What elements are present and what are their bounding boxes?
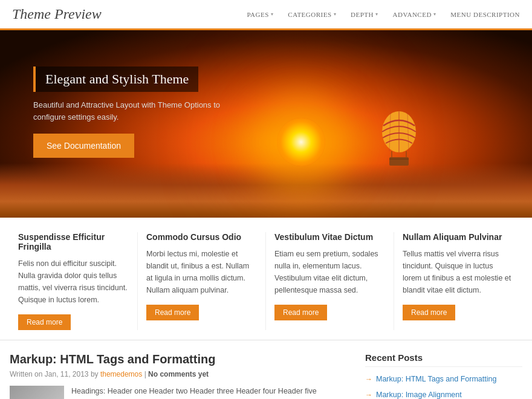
chevron-down-icon: ▾ [334,11,337,17]
sidebar: Recent Posts →Markup: HTML Tags and Form… [365,352,522,399]
nav-label: MENU DESCRIPTION [450,11,520,18]
card-text-1: Morbi lectus mi, molestie et blandit ut,… [146,248,257,296]
main-nav: PAGES▾CATEGORIES▾DEPTH▾ADVANCED▾MENU DES… [247,11,521,18]
card-text-3: Tellus mattis vel viverra risus tincidun… [403,248,514,296]
post-preview: Headings: Header one Header two Header t… [10,386,353,399]
chevron-down-icon: ▾ [375,11,378,17]
main-post-area: Markup: HTML Tags and Formatting Written… [10,352,353,399]
arrow-icon: → [365,391,372,400]
cards-section: Suspendisse Efficitur FringillaFelis non… [0,218,532,340]
nav-label: ADVANCED [393,11,432,18]
nav-label: PAGES [247,11,269,18]
chevron-down-icon: ▾ [271,11,274,17]
card-text-0: Felis non dui efficitur suscipit. Nulla … [18,258,129,306]
post-title: Markup: HTML Tags and Formatting [10,352,353,366]
hero-section: Elegant and Stylish Theme Beautiful and … [0,30,532,218]
card-2: Vestibulum Vitae DictumEtiam eu sem pret… [266,232,394,330]
card-title-0: Suspendisse Efficitur Fringilla [18,232,129,251]
card-1: Commodo Cursus OdioMorbi lectus mi, mole… [138,232,266,330]
card-title-3: Nullam Aliquam Pulvinar [403,232,514,242]
balloon-graphic [375,109,423,172]
nav-item-depth[interactable]: DEPTH▾ [351,11,378,18]
post-meta: Written on Jan, 11, 2013 by themedemos |… [10,370,353,378]
read-more-button-1[interactable]: Read more [146,305,199,320]
nav-label: DEPTH [351,11,374,18]
read-more-button-0[interactable]: Read more [18,314,71,330]
hero-subtitle: Beautiful and Attractive Layout with The… [33,99,251,123]
recent-post-link-1[interactable]: Markup: Image Alignment [376,390,462,400]
svg-rect-6 [389,157,409,166]
post-author-link[interactable]: themedemos [100,370,142,378]
read-more-button-3[interactable]: Read more [403,305,455,320]
nav-label: CATEGORIES [288,11,331,18]
read-more-button-2[interactable]: Read more [274,305,327,320]
recent-posts-list: →Markup: HTML Tags and Formatting→Markup… [365,374,522,399]
see-documentation-button[interactable]: See Documentation [33,134,134,158]
nav-item-categories[interactable]: CATEGORIES▾ [288,11,336,18]
bottom-section: Markup: HTML Tags and Formatting Written… [0,340,532,399]
post-date: Jan, 11, 2013 [45,370,89,378]
recent-post-item-0: →Markup: HTML Tags and Formatting [365,374,522,385]
recent-post-item-1: →Markup: Image Alignment [365,390,522,400]
nav-item-advanced[interactable]: ADVANCED▾ [393,11,436,18]
post-thumbnail [10,386,64,399]
hero-ground [0,163,532,218]
recent-post-link-0[interactable]: Markup: HTML Tags and Formatting [376,374,496,385]
arrow-icon: → [365,375,372,384]
site-title: Theme Preview [12,6,102,22]
post-meta-written: Written on [10,370,45,378]
card-3: Nullam Aliquam PulvinarTellus mattis vel… [394,232,522,330]
post-comments: No comments yet [148,370,209,378]
nav-item-pages[interactable]: PAGES▾ [247,11,274,18]
sun-graphic [277,118,325,166]
post-meta-by: by [91,370,100,378]
nav-item-menu-description[interactable]: MENU DESCRIPTION [450,11,520,18]
hero-title: Elegant and Stylish Theme [45,71,189,87]
hero-title-box: Elegant and Stylish Theme [33,66,198,92]
sidebar-recent-posts-title: Recent Posts [365,352,522,367]
card-title-2: Vestibulum Vitae Dictum [274,232,385,242]
hero-content: Elegant and Stylish Theme Beautiful and … [33,66,251,158]
post-excerpt: Headings: Header one Header two Header t… [71,386,317,397]
card-text-2: Etiam eu sem pretium, sodales nulla in, … [274,248,385,296]
card-0: Suspendisse Efficitur FringillaFelis non… [10,232,138,330]
card-title-1: Commodo Cursus Odio [146,232,257,242]
chevron-down-icon: ▾ [433,11,436,17]
